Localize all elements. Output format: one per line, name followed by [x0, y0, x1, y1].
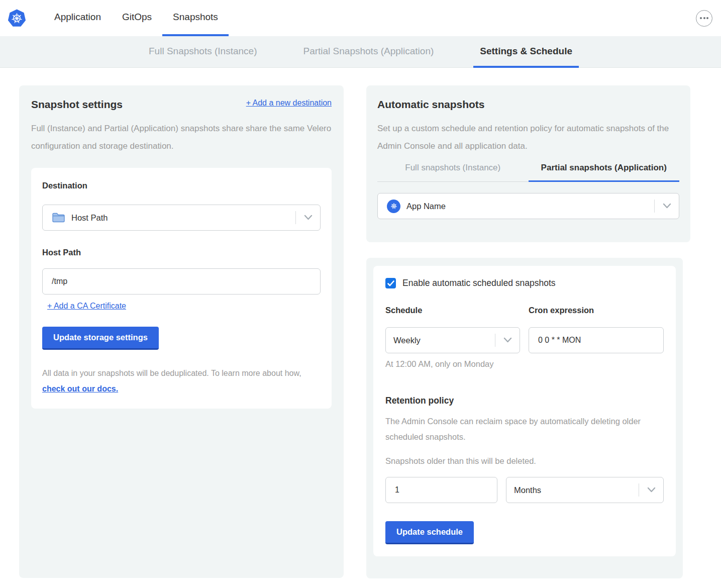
- schedule-card: Enable automatic scheduled snapshots Sch…: [373, 266, 676, 556]
- destination-select-value: Host Path: [71, 213, 108, 223]
- enable-snapshots-label: Enable automatic scheduled snapshots: [402, 278, 556, 288]
- dedup-note: All data in your snapshots will be dedup…: [42, 365, 321, 397]
- automatic-snapshots-title: Automatic snapshots: [377, 99, 679, 111]
- destination-select[interactable]: Host Path: [42, 205, 321, 231]
- nav-item-gitops[interactable]: GitOps: [112, 0, 162, 36]
- kubernetes-logo[interactable]: [8, 0, 26, 36]
- schedule-label: Schedule: [385, 306, 520, 315]
- enable-snapshots-row: Enable automatic scheduled snapshots: [385, 278, 664, 288]
- tab-partial-snapshots-application[interactable]: Partial Snapshots (Application): [296, 36, 440, 68]
- main-content: Snapshot settings + Add a new destinatio…: [0, 68, 721, 578]
- automatic-snapshots-description: Set up a custom schedule and retention p…: [377, 120, 679, 155]
- destination-label: Destination: [42, 181, 321, 190]
- overflow-menu-icon[interactable]: [696, 10, 712, 27]
- dedup-note-text: All data in your snapshots will be dedup…: [42, 369, 301, 377]
- retention-hint: Snapshots older than this will be delete…: [385, 456, 664, 466]
- tab-auto-partial-snapshots[interactable]: Partial snapshots (Application): [529, 163, 680, 182]
- retention-policy-title: Retention policy: [385, 396, 664, 406]
- automatic-snapshots-panel: Automatic snapshots Set up a custom sche…: [366, 85, 690, 242]
- app-select[interactable]: App Name: [377, 193, 679, 219]
- cron-human-readable: At 12:00 AM, only on Monday: [385, 359, 664, 369]
- cron-expression-input[interactable]: [529, 327, 664, 353]
- update-storage-settings-button[interactable]: Update storage settings: [42, 327, 159, 350]
- schedule-interval-value: Weekly: [393, 336, 421, 345]
- chevron-down-icon: [495, 337, 520, 343]
- snapshots-subnav: Full Snapshots (Instance) Partial Snapsh…: [0, 36, 721, 68]
- folder-icon: [52, 212, 65, 223]
- nav-item-application[interactable]: Application: [44, 0, 112, 36]
- retention-unit-value: Months: [514, 485, 541, 495]
- top-nav: Application GitOps Snapshots: [0, 0, 721, 36]
- chevron-down-icon: [639, 487, 663, 493]
- right-column: Automatic snapshots Set up a custom sche…: [366, 85, 690, 578]
- host-path-input[interactable]: [42, 268, 321, 295]
- app-select-value: App Name: [406, 202, 446, 211]
- retention-value-input[interactable]: [385, 477, 497, 503]
- docs-link[interactable]: check out our docs.: [42, 384, 118, 393]
- snapshot-settings-title: Snapshot settings: [31, 99, 123, 111]
- kubernetes-logo-icon: [8, 9, 26, 28]
- primary-nav: Application GitOps Snapshots: [44, 0, 229, 36]
- retention-policy-description: The Admin Console can reclaim space by a…: [385, 414, 664, 445]
- cron-expression-label: Cron expression: [529, 306, 664, 315]
- retention-unit-select[interactable]: Months: [506, 477, 664, 503]
- update-schedule-button[interactable]: Update schedule: [385, 521, 474, 544]
- tab-settings-and-schedule[interactable]: Settings & Schedule: [473, 36, 579, 68]
- snapshot-settings-description: Full (Instance) and Partial (Application…: [31, 120, 332, 155]
- automatic-snapshots-tabs: Full snapshots (Instance) Partial snapsh…: [377, 163, 679, 182]
- nav-item-snapshots[interactable]: Snapshots: [162, 0, 229, 36]
- tab-full-snapshots-instance[interactable]: Full Snapshots (Instance): [142, 36, 263, 68]
- enable-snapshots-checkbox[interactable]: [385, 278, 396, 288]
- add-ca-certificate-link[interactable]: + Add a CA Certificate: [47, 302, 126, 310]
- schedule-interval-select[interactable]: Weekly: [385, 327, 520, 353]
- schedule-panel: Enable automatic scheduled snapshots Sch…: [366, 258, 683, 578]
- add-new-destination-link[interactable]: + Add a new destination: [246, 99, 332, 108]
- tab-auto-full-snapshots[interactable]: Full snapshots (Instance): [377, 163, 529, 182]
- app-kubernetes-icon: [387, 200, 400, 213]
- chevron-down-icon: [296, 215, 320, 221]
- snapshot-settings-panel: Snapshot settings + Add a new destinatio…: [19, 85, 344, 578]
- chevron-down-icon: [655, 203, 679, 209]
- storage-settings-card: Destination Host Path Host Path: [31, 168, 332, 409]
- host-path-label: Host Path: [42, 248, 321, 257]
